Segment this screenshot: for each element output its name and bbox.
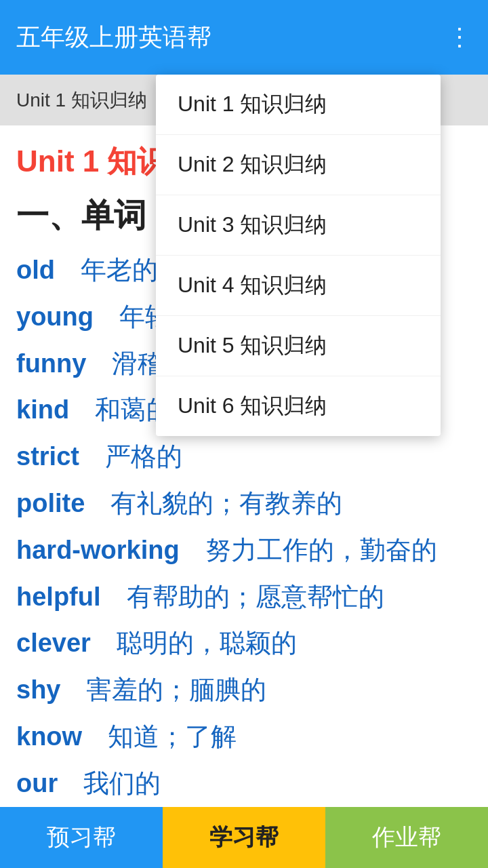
dropdown-menu-item-1[interactable]: Unit 1 知识归纳 [156,75,441,135]
dropdown-menu-item-6[interactable]: Unit 6 知识归纳 [156,376,441,436]
dropdown-menu-item-4[interactable]: Unit 4 知识归纳 [156,256,441,316]
dropdown-menu: Unit 1 知识归纳 Unit 2 知识归纳 Unit 3 知识归纳 Unit… [156,75,441,436]
dropdown-menu-item-2[interactable]: Unit 2 知识归纳 [156,135,441,195]
dropdown-menu-item-5[interactable]: Unit 5 知识归纳 [156,316,441,376]
dropdown-menu-item-3[interactable]: Unit 3 知识归纳 [156,195,441,256]
